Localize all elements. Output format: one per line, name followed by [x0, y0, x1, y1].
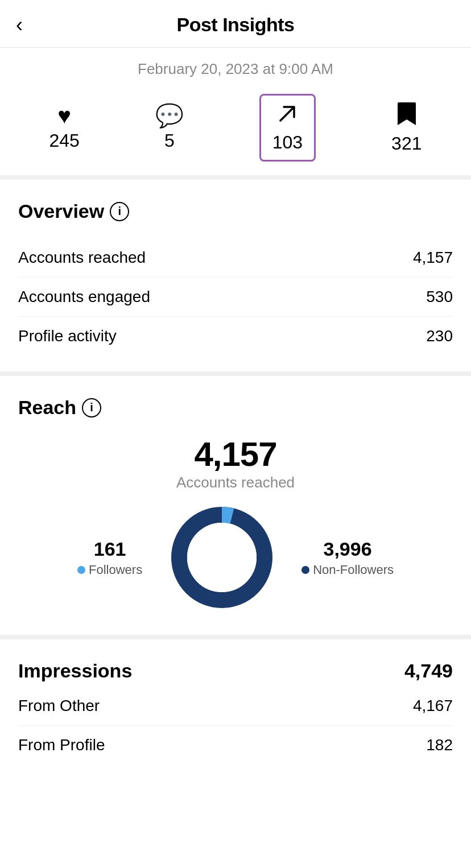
comment-icon: 💬	[155, 104, 184, 127]
reach-header: Reach i	[18, 396, 453, 419]
from-other-value: 4,167	[413, 697, 453, 715]
comments-count: 5	[164, 130, 175, 151]
metrics-row: ♥ 245 💬 5 103 321	[0, 88, 471, 180]
post-date: February 20, 2023 at 9:00 AM	[0, 48, 471, 88]
back-button[interactable]: ‹	[16, 15, 23, 35]
svg-point-2	[187, 523, 257, 592]
non-followers-count: 3,996	[324, 538, 372, 560]
followers-dot	[77, 566, 85, 574]
reach-subtitle: Accounts reached	[18, 474, 453, 491]
overview-title: Overview	[18, 200, 104, 222]
stat-row-activity[interactable]: Profile activity 230	[18, 317, 453, 356]
donut-container: 161 Followers 3,996 Non-Followers	[18, 501, 453, 614]
impressions-title: Impressions	[18, 660, 132, 682]
bookmark-icon	[396, 101, 417, 130]
likes-count: 245	[49, 130, 79, 151]
reach-info-icon[interactable]: i	[82, 398, 101, 418]
reached-label: Accounts reached	[18, 249, 146, 267]
reach-title: Reach	[18, 396, 76, 419]
reach-section: Reach i 4,157 Accounts reached 161 Follo…	[0, 376, 471, 639]
saves-count: 321	[391, 133, 422, 154]
page-title: Post Insights	[177, 14, 295, 36]
metric-likes[interactable]: ♥ 245	[49, 104, 79, 151]
engaged-label: Accounts engaged	[18, 288, 150, 306]
impressions-header: Impressions 4,749	[18, 660, 453, 682]
followers-count: 161	[94, 538, 126, 560]
donut-chart	[165, 501, 279, 614]
from-profile-label: From Profile	[18, 736, 105, 754]
metric-shares[interactable]: 103	[259, 94, 316, 162]
page-header: ‹ Post Insights	[0, 0, 471, 48]
impressions-section: Impressions 4,749 From Other 4,167 From …	[0, 639, 471, 785]
reach-total-container: 4,157 Accounts reached	[18, 435, 453, 491]
followers-legend: 161 Followers	[77, 538, 142, 577]
metric-saves[interactable]: 321	[391, 101, 422, 154]
heart-icon: ♥	[57, 104, 71, 127]
engaged-value: 530	[426, 288, 453, 306]
activity-label: Profile activity	[18, 327, 117, 345]
impressions-from-profile[interactable]: From Profile 182	[18, 726, 453, 764]
non-followers-legend: 3,996 Non-Followers	[301, 538, 394, 577]
stat-row-engaged[interactable]: Accounts engaged 530	[18, 278, 453, 317]
overview-section: Overview i Accounts reached 4,157 Accoun…	[0, 180, 471, 376]
reach-total: 4,157	[18, 435, 453, 474]
reached-value: 4,157	[413, 249, 453, 267]
share-icon	[276, 102, 299, 129]
shares-count: 103	[272, 132, 303, 153]
overview-header: Overview i	[18, 200, 453, 222]
overview-info-icon[interactable]: i	[110, 202, 129, 221]
impressions-total: 4,749	[404, 660, 453, 682]
stat-row-reached[interactable]: Accounts reached 4,157	[18, 238, 453, 278]
impressions-from-other[interactable]: From Other 4,167	[18, 687, 453, 726]
followers-label: Followers	[77, 563, 142, 577]
non-followers-label: Non-Followers	[301, 563, 394, 577]
metric-comments[interactable]: 💬 5	[155, 104, 184, 151]
non-followers-dot	[301, 566, 309, 574]
activity-value: 230	[426, 327, 453, 345]
from-other-label: From Other	[18, 697, 100, 715]
from-profile-value: 182	[426, 736, 453, 754]
